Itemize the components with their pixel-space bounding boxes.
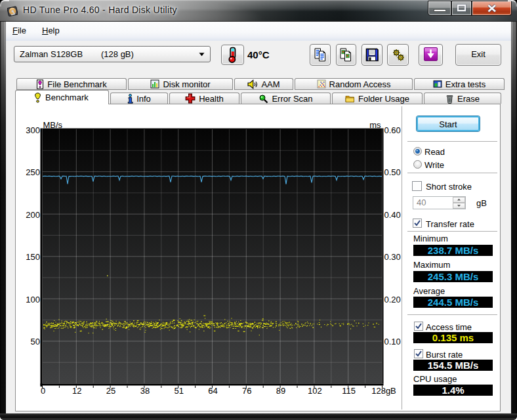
svg-text:0.10: 0.10: [384, 337, 401, 346]
svg-text:76: 76: [242, 386, 251, 396]
svg-text:300: 300: [26, 125, 40, 135]
svg-text:100: 100: [26, 295, 40, 304]
svg-text:200: 200: [26, 210, 40, 220]
svg-text:0.30: 0.30: [384, 252, 401, 262]
svg-text:MB/s: MB/s: [43, 120, 63, 130]
svg-text:115: 115: [342, 386, 356, 396]
svg-text:89: 89: [276, 386, 285, 396]
svg-text:0.40: 0.40: [384, 210, 401, 220]
svg-text:0: 0: [41, 386, 45, 396]
svg-text:50: 50: [31, 337, 40, 346]
svg-text:250: 250: [26, 167, 40, 177]
svg-text:25: 25: [106, 386, 115, 396]
svg-text:ms: ms: [369, 120, 381, 130]
svg-text:0.50: 0.50: [384, 167, 401, 177]
svg-text:0.20: 0.20: [384, 295, 401, 304]
svg-text:64: 64: [208, 386, 217, 396]
svg-text:51: 51: [174, 386, 183, 396]
svg-text:102: 102: [308, 386, 322, 396]
svg-text:0.60: 0.60: [384, 125, 401, 135]
svg-text:150: 150: [26, 252, 40, 262]
svg-text:128gB: 128gB: [371, 386, 396, 396]
svg-text:12: 12: [72, 386, 81, 396]
svg-text:38: 38: [140, 386, 150, 396]
